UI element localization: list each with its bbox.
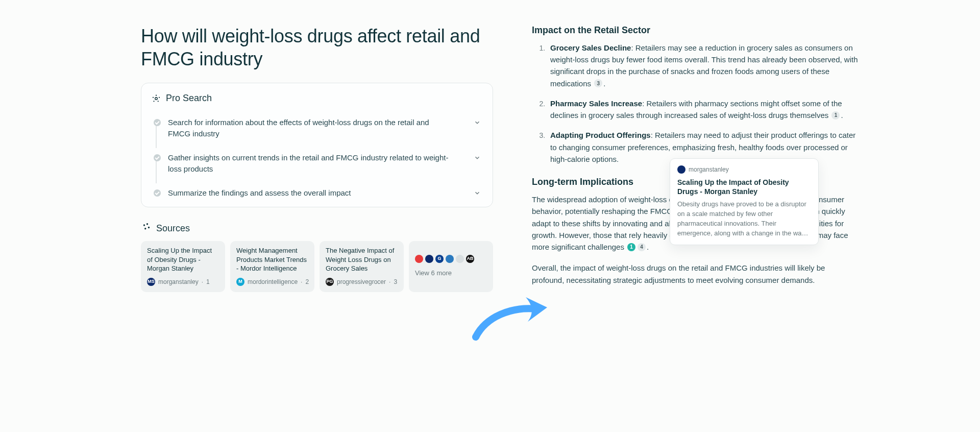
pro-search-step[interactable]: Gather insights on current trends in the… bbox=[153, 146, 483, 181]
answer-heading-retail: Impact on the Retail Sector bbox=[532, 23, 859, 38]
source-title: Weight Management Products Market Trends… bbox=[236, 246, 308, 273]
source-title: Scaling Up the Impact of Obesity Drugs -… bbox=[147, 246, 219, 273]
sources-row: Scaling Up the Impact of Obesity Drugs -… bbox=[141, 241, 493, 292]
favicon-icon bbox=[425, 255, 433, 263]
source-card[interactable]: Scaling Up the Impact of Obesity Drugs -… bbox=[141, 241, 225, 292]
tooltip-title: Scaling Up the Impact of Obesity Drugs -… bbox=[677, 178, 811, 197]
svg-point-7 bbox=[146, 223, 148, 225]
svg-point-3 bbox=[158, 101, 159, 102]
source-more[interactable]: GAB View 6 more bbox=[409, 241, 493, 292]
favicon-icon: MS bbox=[147, 278, 155, 286]
check-icon bbox=[154, 119, 161, 126]
pro-search-header: Pro Search bbox=[152, 91, 483, 106]
source-site: mordorintelligence bbox=[248, 277, 298, 287]
citation-badge[interactable]: 1 bbox=[831, 111, 840, 119]
list-item: Pharmacy Sales Increase: Retailers with … bbox=[547, 98, 859, 122]
pro-search-step[interactable]: Search for information about the effects… bbox=[153, 111, 483, 146]
favicon-icon: M bbox=[236, 278, 244, 286]
svg-point-9 bbox=[144, 228, 146, 229]
arrow-icon bbox=[471, 286, 552, 347]
svg-point-5 bbox=[153, 97, 154, 98]
chevron-down-icon[interactable] bbox=[472, 189, 482, 197]
source-card[interactable]: Weight Management Products Market Trends… bbox=[230, 241, 314, 292]
favicon-icon: AB bbox=[466, 255, 474, 263]
answer-closing: Overall, the impact of weight-loss drugs… bbox=[532, 262, 859, 286]
favicon-icon bbox=[456, 255, 464, 263]
source-index: 3 bbox=[394, 277, 397, 287]
svg-point-6 bbox=[143, 225, 145, 226]
chevron-down-icon[interactable] bbox=[472, 119, 482, 126]
page-title: How will weight-loss drugs affect retail… bbox=[141, 25, 493, 70]
pro-search-step[interactable]: Summarize the findings and assess the ov… bbox=[153, 181, 483, 205]
source-card[interactable]: The Negative Impact of Weight Loss Drugs… bbox=[320, 241, 404, 292]
source-index: 2 bbox=[305, 277, 309, 287]
view-more-label: View 6 more bbox=[415, 268, 487, 278]
favicon-icon: PG bbox=[326, 278, 334, 286]
citation-badge[interactable]: 1 bbox=[627, 243, 635, 251]
svg-point-1 bbox=[156, 94, 157, 95]
pro-search-icon bbox=[152, 94, 161, 103]
pro-search-steps: Search for information about the effects… bbox=[153, 111, 483, 205]
citation-tooltip[interactable]: morganstanley Scaling Up the Impact of O… bbox=[670, 158, 819, 245]
item-bold: Adapting Product Offerings bbox=[550, 131, 651, 139]
pro-search-label: Pro Search bbox=[166, 91, 212, 106]
source-index: 1 bbox=[206, 277, 210, 287]
pro-search-step-text: Gather insights on current trends in the… bbox=[168, 152, 465, 175]
item-bold: Pharmacy Sales Increase bbox=[550, 99, 642, 108]
favicon-icon bbox=[446, 255, 454, 263]
item-bold: Grocery Sales Decline bbox=[550, 43, 631, 52]
svg-point-4 bbox=[153, 101, 154, 102]
source-site: progressivegrocer bbox=[337, 277, 386, 287]
citation-badge[interactable]: 4 bbox=[638, 243, 646, 251]
svg-point-8 bbox=[148, 227, 150, 228]
tooltip-desc: Obesity drugs have proved to be a disrup… bbox=[677, 200, 811, 238]
answer-list: Grocery Sales Decline: Retailers may see… bbox=[532, 42, 859, 165]
favicon-icon bbox=[677, 165, 685, 174]
citation-badge[interactable]: 3 bbox=[594, 79, 602, 87]
pro-search-panel: Pro Search Search for information about … bbox=[141, 83, 493, 207]
svg-point-0 bbox=[155, 98, 158, 100]
favicon-icon bbox=[415, 255, 423, 263]
source-title: The Negative Impact of Weight Loss Drugs… bbox=[326, 246, 398, 273]
chevron-down-icon[interactable] bbox=[472, 154, 482, 161]
sources-icon bbox=[142, 222, 151, 236]
favicon-icon: G bbox=[435, 255, 444, 263]
list-item: Grocery Sales Decline: Retailers may see… bbox=[547, 42, 859, 89]
sources-header: Sources bbox=[142, 222, 493, 236]
pro-search-step-text: Search for information about the effects… bbox=[168, 117, 465, 140]
check-icon bbox=[154, 154, 161, 161]
sources-label: Sources bbox=[156, 222, 190, 236]
source-site: morganstanley bbox=[158, 277, 199, 287]
tooltip-site: morganstanley bbox=[689, 165, 729, 175]
pro-search-step-text: Summarize the findings and assess the ov… bbox=[168, 187, 465, 199]
svg-point-2 bbox=[159, 97, 160, 98]
source-more-favicons: GAB bbox=[415, 255, 487, 263]
check-icon bbox=[154, 189, 161, 197]
